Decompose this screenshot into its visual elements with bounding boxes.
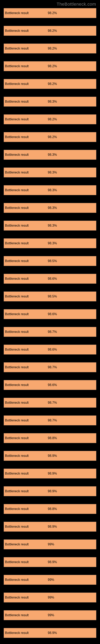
bar-label: Bottleneck result — [4, 542, 44, 546]
bar-value: 98.2% — [44, 64, 57, 68]
bar-row: Bottleneck result 98.2% — [3, 79, 97, 89]
bar-value: 98.7% — [44, 366, 57, 369]
bar-value: 98.9% — [44, 490, 57, 493]
bar-value: 98.9% — [44, 631, 57, 635]
bar-row: Bottleneck result 98.9% — [3, 628, 97, 638]
bar-label: Bottleneck result — [4, 206, 44, 210]
bar-label: Bottleneck result — [4, 366, 44, 369]
bar-row: Bottleneck result 98.3% — [3, 185, 97, 195]
bar-label: Bottleneck result — [4, 171, 44, 174]
bar-row: Bottleneck result 98.7% — [3, 362, 97, 372]
bar-row: Bottleneck result 98.3% — [3, 168, 97, 178]
bar-value: 98.3% — [44, 153, 57, 156]
bar-row: Bottleneck result 98.2% — [3, 8, 97, 18]
bar-value: 98.2% — [44, 11, 57, 15]
bar-label: Bottleneck result — [4, 295, 44, 298]
bar-value: 98.8% — [44, 507, 57, 511]
bar-value: 98.7% — [44, 418, 57, 422]
bar-row: Bottleneck result 98.6% — [3, 344, 97, 354]
bar-value: 99% — [44, 578, 54, 582]
bar-row: Bottleneck result 98.8% — [3, 433, 97, 443]
bar-row: Bottleneck result 98.6% — [3, 380, 97, 390]
bar-value: 98.9% — [44, 472, 57, 475]
bar-label: Bottleneck result — [4, 100, 44, 104]
bar-value: 98.3% — [44, 206, 57, 210]
bar-label: Bottleneck result — [4, 242, 44, 245]
bar-label: Bottleneck result — [4, 614, 44, 617]
bar-label: Bottleneck result — [4, 507, 44, 511]
bar-row: Bottleneck result 98.7% — [3, 398, 97, 408]
bar-label: Bottleneck result — [4, 153, 44, 156]
bar-row: Bottleneck result 99% — [3, 610, 97, 620]
bar-row: Bottleneck result 98.9% — [3, 451, 97, 461]
bar-value: 98.9% — [44, 525, 57, 528]
bar-label: Bottleneck result — [4, 454, 44, 458]
bar-value: 98.5% — [44, 295, 57, 298]
bar-label: Bottleneck result — [4, 188, 44, 192]
bar-label: Bottleneck result — [4, 11, 44, 15]
bar-value: 98.6% — [44, 348, 57, 352]
bar-label: Bottleneck result — [4, 383, 44, 387]
bar-value: 98.3% — [44, 100, 57, 104]
bar-value: 99% — [44, 614, 54, 617]
bar-row: Bottleneck result 98.3% — [3, 96, 97, 107]
site-brand: TheBottleneck.com — [0, 0, 100, 8]
bar-row: Bottleneck result 98.3% — [3, 203, 97, 213]
bar-label: Bottleneck result — [4, 29, 44, 32]
bar-row: Bottleneck result 98.2% — [3, 26, 97, 36]
bar-label: Bottleneck result — [4, 348, 44, 352]
bar-label: Bottleneck result — [4, 401, 44, 404]
bar-value: 98.6% — [44, 312, 57, 316]
bar-value: 99% — [44, 596, 54, 599]
bar-row: Bottleneck result 98.7% — [3, 416, 97, 426]
bar-value: 98.8% — [44, 436, 57, 440]
bar-value: 98.3% — [44, 242, 57, 245]
bar-row: Bottleneck result 98.2% — [3, 114, 97, 124]
bar-label: Bottleneck result — [4, 596, 44, 599]
bar-value: 98.6% — [44, 277, 57, 280]
bar-row: Bottleneck result 98.2% — [3, 132, 97, 142]
bar-value: 98.7% — [44, 401, 57, 404]
bar-row: Bottleneck result 98.2% — [3, 44, 97, 54]
bar-row: Bottleneck result 98.3% — [3, 220, 97, 231]
bar-value: 98.2% — [44, 82, 57, 86]
bar-value: 98.9% — [44, 560, 57, 564]
bar-label: Bottleneck result — [4, 224, 44, 228]
bar-row: Bottleneck result 99% — [3, 539, 97, 550]
bar-value: 98.2% — [44, 29, 57, 32]
bar-label: Bottleneck result — [4, 64, 44, 68]
bar-label: Bottleneck result — [4, 82, 44, 86]
bar-label: Bottleneck result — [4, 578, 44, 582]
bar-row: Bottleneck result 98.6% — [3, 274, 97, 284]
bar-label: Bottleneck result — [4, 135, 44, 139]
bar-label: Bottleneck result — [4, 418, 44, 422]
bar-label: Bottleneck result — [4, 525, 44, 528]
bar-label: Bottleneck result — [4, 277, 44, 280]
bar-row: Bottleneck result 99% — [3, 575, 97, 585]
bottleneck-chart: Bottleneck result 98.2% Bottleneck resul… — [0, 8, 100, 642]
bar-label: Bottleneck result — [4, 472, 44, 475]
bar-row: Bottleneck result 98.2% — [3, 61, 97, 71]
bar-value: 98.9% — [44, 454, 57, 458]
bar-value: 99% — [44, 542, 54, 546]
bar-label: Bottleneck result — [4, 631, 44, 635]
bar-row: Bottleneck result 98.3% — [3, 238, 97, 248]
bar-value: 98.7% — [44, 330, 57, 334]
bar-label: Bottleneck result — [4, 436, 44, 440]
bar-value: 98.3% — [44, 224, 57, 228]
bar-label: Bottleneck result — [4, 330, 44, 334]
bar-label: Bottleneck result — [4, 312, 44, 316]
bar-row: Bottleneck result 98.9% — [3, 468, 97, 478]
bar-label: Bottleneck result — [4, 490, 44, 493]
bar-value: 98.2% — [44, 118, 57, 121]
bar-row: Bottleneck result 98.5% — [3, 256, 97, 266]
bar-value: 98.3% — [44, 171, 57, 174]
bar-row: Bottleneck result 98.9% — [3, 522, 97, 532]
bar-value: 98.5% — [44, 259, 57, 263]
bar-value: 98.3% — [44, 188, 57, 192]
bar-row: Bottleneck result 98.9% — [3, 557, 97, 567]
bar-row: Bottleneck result 98.5% — [3, 292, 97, 302]
bar-label: Bottleneck result — [4, 560, 44, 564]
bar-label: Bottleneck result — [4, 47, 44, 50]
bar-row: Bottleneck result 99% — [3, 592, 97, 602]
